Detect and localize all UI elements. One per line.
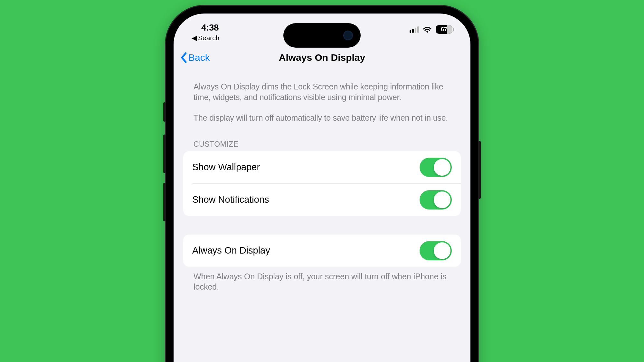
wifi-icon — [423, 26, 432, 33]
front-camera-icon — [343, 31, 353, 40]
status-time: 4:38 — [201, 23, 220, 33]
battery-percent: 67 — [441, 26, 447, 32]
side-button-volume-up — [163, 135, 166, 173]
side-button-power — [478, 141, 481, 199]
side-button-volume-down — [163, 183, 166, 221]
chevron-left-icon — [180, 52, 188, 63]
battery-icon: 67 — [436, 25, 452, 34]
breadcrumb-back-label: Search — [198, 34, 220, 42]
settings-group-customize: Show Wallpaper Show Notifications — [183, 151, 461, 216]
intro-paragraph-1: Always On Display dims the Lock Screen w… — [194, 81, 450, 102]
row-label-show-wallpaper: Show Wallpaper — [192, 162, 260, 172]
row-show-notifications[interactable]: Show Notifications — [192, 183, 461, 216]
row-show-wallpaper[interactable]: Show Wallpaper — [183, 151, 461, 183]
section-footer-main: When Always On Display is off, your scre… — [183, 267, 461, 292]
row-label-always-on-display: Always On Display — [192, 245, 270, 256]
dynamic-island — [283, 23, 361, 48]
phone-frame: 4:38 ◀ Search — [166, 6, 478, 362]
settings-group-main: Always On Display — [183, 235, 461, 267]
toggle-knob-icon — [434, 242, 450, 259]
toggle-show-notifications[interactable] — [420, 190, 452, 209]
row-label-show-notifications: Show Notifications — [192, 194, 269, 205]
side-button-silent — [163, 102, 166, 122]
intro-paragraph-2: The display will turn off automatically … — [194, 113, 450, 123]
cellular-signal-icon — [410, 26, 419, 33]
back-button-label: Back — [188, 52, 210, 63]
nav-bar: Back Always On Display — [174, 49, 470, 70]
row-always-on-display[interactable]: Always On Display — [183, 235, 461, 267]
toggle-always-on-display[interactable] — [420, 241, 452, 260]
toggle-show-wallpaper[interactable] — [420, 158, 452, 177]
screen: 4:38 ◀ Search — [174, 14, 470, 362]
page-title: Always On Display — [279, 52, 365, 63]
toggle-knob-icon — [434, 159, 450, 176]
back-button[interactable]: Back — [180, 52, 210, 63]
breadcrumb-back[interactable]: ◀ Search — [192, 34, 220, 42]
back-triangle-icon: ◀ — [192, 34, 197, 42]
section-intro: Always On Display dims the Lock Screen w… — [183, 70, 461, 123]
toggle-knob-icon — [434, 191, 450, 208]
section-header-customize: CUSTOMIZE — [183, 123, 461, 151]
